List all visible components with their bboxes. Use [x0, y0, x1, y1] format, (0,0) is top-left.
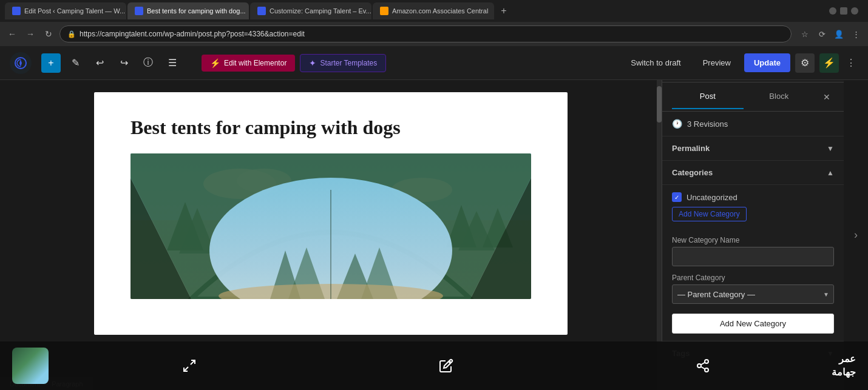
- reload-button[interactable]: ↻: [41, 27, 56, 41]
- undo-button[interactable]: ↩: [90, 53, 109, 73]
- panel-close-button[interactable]: ✕: [819, 90, 834, 104]
- categories-toggle: ▲: [827, 169, 834, 177]
- tab-favicon-4: [380, 7, 388, 15]
- tab-favicon-2: [135, 7, 143, 15]
- settings-button[interactable]: ⚙: [795, 53, 815, 73]
- revisions-row[interactable]: 🕐 3 Revisions: [662, 112, 844, 136]
- revisions-text: 3 Revisions: [687, 119, 834, 129]
- info-button[interactable]: ⓘ: [138, 53, 158, 73]
- wp-toolbar: + ✎ ↩ ↪ ⓘ ☰ ⚡ Edit with Elementor ✦ Star…: [0, 46, 868, 80]
- categories-section: ✓ Uncategorized Add New Category New Cat…: [662, 185, 844, 341]
- browser-chrome: Edit Post ‹ Camping Talent — W... ✕ Best…: [0, 0, 868, 46]
- fullscreen-button[interactable]: [177, 354, 202, 378]
- elementor-icon: ⚡: [210, 58, 220, 68]
- maximize-button[interactable]: [840, 7, 847, 15]
- editor-content: Best tents for camping with dogs: [94, 92, 568, 335]
- parent-category-select-wrapper: — Parent Category — ▼: [672, 284, 834, 304]
- tab-post[interactable]: Post: [672, 84, 744, 109]
- tab-block[interactable]: Block: [744, 84, 815, 109]
- permalink-toggle: ▼: [827, 144, 834, 153]
- redo-button[interactable]: ↪: [114, 53, 134, 73]
- back-button[interactable]: ←: [5, 27, 19, 41]
- menu-icon[interactable]: ⋮: [849, 27, 863, 41]
- edit-image-button[interactable]: [434, 354, 458, 378]
- new-tab-button[interactable]: +: [495, 2, 512, 19]
- post-title[interactable]: Best tents for camping with dogs: [131, 116, 531, 139]
- tab-label-3: Customize: Camping Talent – Ev...: [270, 7, 371, 15]
- svg-point-20: [705, 360, 708, 363]
- preview-button[interactable]: Preview: [694, 55, 739, 71]
- elementor-label: Edit with Elementor: [224, 59, 287, 67]
- add-category-button[interactable]: Add New Category: [672, 314, 834, 334]
- tab-2[interactable]: Best tents for camping with dog... ✕: [127, 2, 249, 19]
- share-button[interactable]: [691, 354, 715, 378]
- post-featured-image[interactable]: [131, 153, 531, 299]
- permalink-title: Permalink: [672, 144, 827, 153]
- switch-to-draft-button[interactable]: Switch to draft: [622, 55, 689, 71]
- bottom-bar: عمر جهامة: [0, 341, 868, 390]
- svg-line-24: [701, 363, 705, 365]
- parent-category-select[interactable]: — Parent Category —: [672, 284, 834, 304]
- parent-category-field: Parent Category — Parent Category — ▼: [672, 274, 834, 304]
- permalink-section-header[interactable]: Permalink ▼: [662, 136, 844, 161]
- tab-bar: Edit Post ‹ Camping Talent — W... ✕ Best…: [0, 0, 868, 22]
- svg-line-17: [191, 360, 195, 365]
- tab-favicon-1: [12, 7, 21, 15]
- tab-1[interactable]: Edit Post ‹ Camping Talent — W... ✕: [5, 2, 126, 19]
- list-view-button[interactable]: ☰: [163, 53, 182, 73]
- url-text: https://campingtalent.com/wp-admin/post.…: [80, 30, 305, 38]
- new-category-name-label: New Category Name: [672, 236, 834, 244]
- close-window-button[interactable]: [851, 7, 858, 15]
- profile-icon[interactable]: 👤: [832, 27, 846, 41]
- svg-point-21: [697, 364, 701, 368]
- address-icons: ☆ ⟳ 👤 ⋮: [798, 27, 863, 41]
- svg-point-19: [449, 361, 450, 363]
- category-item-uncategorized: ✓ Uncategorized: [672, 192, 834, 202]
- wp-logo[interactable]: [10, 52, 32, 74]
- new-category-name-field: New Category Name: [672, 236, 834, 266]
- starter-label: Starter Templates: [320, 59, 377, 67]
- uncategorized-checkbox[interactable]: ✓: [672, 192, 682, 202]
- bottom-thumbnail[interactable]: [12, 348, 49, 384]
- edit-tool-button[interactable]: ✎: [66, 53, 85, 73]
- forward-button[interactable]: →: [23, 27, 38, 41]
- starter-icon: ✦: [309, 58, 316, 68]
- starter-templates-button[interactable]: ✦ Starter Templates: [300, 54, 386, 72]
- tab-4[interactable]: Amazon.com Associates Central ✕: [373, 2, 494, 19]
- elementor-button[interactable]: ⚡ Edit with Elementor: [202, 55, 295, 72]
- scrollbar-thumb[interactable]: [657, 86, 662, 123]
- uncategorized-label: Uncategorized: [687, 193, 737, 202]
- categories-section-header[interactable]: Categories ▲: [662, 161, 844, 185]
- bottom-icons: [61, 354, 832, 378]
- svg-line-23: [701, 367, 705, 369]
- collapse-sidebar-icon: ›: [854, 229, 858, 241]
- thumbnail-image: [12, 348, 49, 384]
- revisions-icon: 🕐: [672, 119, 682, 129]
- categories-title: Categories: [672, 168, 827, 177]
- tab-3[interactable]: Customize: Camping Talent – Ev... ✕: [250, 2, 371, 19]
- arabic-text: عمر جهامة: [832, 352, 856, 380]
- tab-favicon-3: [257, 7, 266, 15]
- add-new-category-link[interactable]: Add New Category: [672, 207, 747, 221]
- more-options-button[interactable]: ⋮: [844, 56, 858, 70]
- bookmark-icon[interactable]: ☆: [798, 27, 812, 41]
- main-area: Best tents for camping with dogs: [0, 80, 868, 390]
- performance-button[interactable]: ⚡: [819, 53, 839, 73]
- new-category-name-input[interactable]: [672, 247, 834, 266]
- minimize-button[interactable]: [829, 7, 836, 15]
- arabic-line-1: عمر: [832, 352, 856, 366]
- address-input[interactable]: 🔒 https://campingtalent.com/wp-admin/pos…: [59, 25, 792, 42]
- tab-label-2: Best tents for camping with dog...: [147, 7, 246, 15]
- extension-icon[interactable]: ⟳: [815, 27, 829, 41]
- address-bar-row: ← → ↻ 🔒 https://campingtalent.com/wp-adm…: [0, 22, 868, 46]
- tab-label-4: Amazon.com Associates Central: [392, 7, 488, 15]
- svg-point-22: [705, 368, 708, 372]
- panel-header: Post Block ✕: [662, 82, 844, 112]
- arabic-line-2: جهامة: [832, 366, 856, 379]
- update-button[interactable]: Update: [744, 53, 790, 72]
- svg-line-18: [184, 367, 188, 371]
- add-block-button[interactable]: +: [41, 53, 61, 73]
- tab-label-1: Edit Post ‹ Camping Talent — W...: [24, 7, 125, 15]
- parent-category-label: Parent Category: [672, 274, 834, 282]
